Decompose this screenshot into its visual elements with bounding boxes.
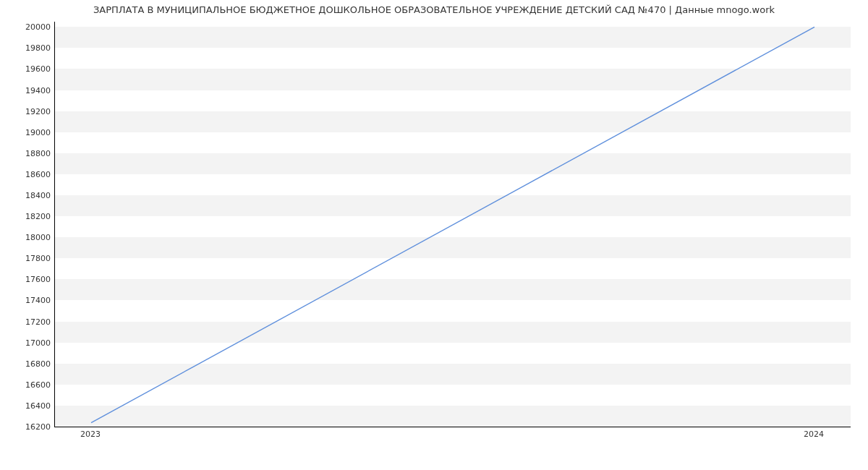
y-tick-label: 17000: [7, 338, 51, 347]
y-tick-label: 18200: [7, 212, 51, 221]
y-tick-label: 18000: [7, 233, 51, 242]
y-tick-label: 17600: [7, 275, 51, 284]
y-tick-label: 18600: [7, 169, 51, 179]
x-tick-label: 2023: [80, 430, 101, 439]
y-tick-label: 17200: [7, 317, 51, 326]
y-tick-label: 16800: [7, 359, 51, 368]
y-tick-label: 20000: [7, 22, 51, 32]
series-line: [91, 27, 814, 422]
y-tick-label: 18800: [7, 148, 51, 158]
y-tick-label: 17400: [7, 296, 51, 305]
chart: ЗАРПЛАТА В МУНИЦИПАЛЬНОЕ БЮДЖЕТНОЕ ДОШКО…: [0, 0, 868, 456]
y-tick-label: 16200: [7, 422, 51, 432]
x-tick-label: 2024: [804, 430, 824, 439]
y-tick-label: 16600: [7, 380, 51, 389]
y-tick-label: 19400: [7, 85, 51, 95]
y-tick-label: 17800: [7, 254, 51, 263]
y-tick-label: 19200: [7, 106, 51, 116]
y-tick-label: 16400: [7, 401, 51, 410]
chart-title: ЗАРПЛАТА В МУНИЦИПАЛЬНОЕ БЮДЖЕТНОЕ ДОШКО…: [0, 4, 868, 15]
plot-area: [54, 22, 851, 427]
y-tick-label: 19600: [7, 64, 51, 74]
line-series: [55, 22, 851, 427]
y-tick-label: 19000: [7, 127, 51, 137]
y-tick-label: 19800: [7, 43, 51, 53]
y-tick-label: 18400: [7, 191, 51, 200]
